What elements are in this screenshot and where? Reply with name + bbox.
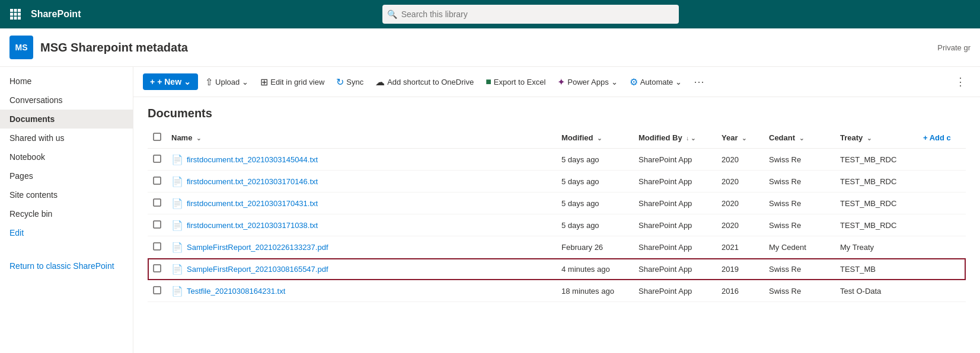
- row-checkbox-cell[interactable]: [148, 258, 167, 280]
- col-header-treaty[interactable]: Treaty ⌄: [835, 127, 918, 149]
- upload-label: Upload: [215, 78, 240, 86]
- file-cedant: Swiss Re: [764, 171, 835, 192]
- file-extra: [918, 171, 966, 192]
- upload-chevron-icon: ⌄: [242, 78, 248, 86]
- file-name[interactable]: Testfile_20210308164231.txt: [187, 287, 285, 296]
- file-extra: [918, 280, 966, 302]
- file-modified: 4 minutes ago: [557, 258, 634, 280]
- table-row[interactable]: 📄 firstdocument.txt_20210303170146.txt 5…: [148, 171, 966, 192]
- documents-section: Documents Name ⌄ Modified ⌄: [133, 97, 980, 307]
- file-name-cell: 📄 firstdocument.txt_20210303171038.txt: [167, 214, 557, 236]
- layout-view-button[interactable]: ⋮: [950, 72, 971, 92]
- file-treaty: Test O-Data: [835, 280, 918, 302]
- modified-sort-icon: ⌄: [597, 135, 602, 142]
- table-row[interactable]: 📄 SampleFirstReport_20210308165547.pdf 4…: [148, 258, 966, 280]
- file-cedant: Swiss Re: [764, 258, 835, 280]
- file-modified: 5 days ago: [557, 149, 634, 171]
- svg-rect-10: [154, 155, 161, 162]
- upload-button[interactable]: ⇧ Upload ⌄: [200, 73, 253, 91]
- svg-rect-14: [154, 243, 161, 250]
- onedrive-button[interactable]: ☁ Add shortcut to OneDrive: [371, 73, 478, 91]
- sidebar-item-notebook[interactable]: Notebook: [0, 147, 133, 166]
- file-name[interactable]: firstdocument.txt_20210303170431.txt: [187, 199, 318, 208]
- powerapps-chevron-icon: ⌄: [611, 78, 618, 86]
- file-year: 2016: [717, 280, 764, 302]
- col-header-checkbox[interactable]: [148, 127, 167, 149]
- table-row[interactable]: 📄 firstdocument.txt_20210303170431.txt 5…: [148, 192, 966, 214]
- sync-label: Sync: [346, 78, 363, 86]
- sidebar-item-shared-with-us[interactable]: Shared with us: [0, 129, 133, 147]
- row-checkbox-cell[interactable]: [148, 236, 167, 258]
- search-icon: 🔍: [387, 9, 397, 19]
- row-checkbox-cell[interactable]: [148, 149, 167, 171]
- row-checkbox-cell[interactable]: [148, 192, 167, 214]
- file-cedant: Swiss Re: [764, 149, 835, 171]
- sidebar: HomeConversationsDocumentsShared with us…: [0, 67, 133, 353]
- sidebar-item-edit[interactable]: Edit: [0, 223, 133, 242]
- layout: HomeConversationsDocumentsShared with us…: [0, 67, 980, 353]
- app-launcher-icon[interactable]: [7, 9, 24, 20]
- table-row[interactable]: 📄 Testfile_20210308164231.txt 18 minutes…: [148, 280, 966, 302]
- site-title: MSG Sharepoint metadata: [40, 41, 188, 54]
- search-input[interactable]: [382, 5, 679, 24]
- row-checkbox-cell[interactable]: [148, 171, 167, 192]
- file-name-cell: 📄 firstdocument.txt_20210303170146.txt: [167, 171, 557, 192]
- upload-icon: ⇧: [205, 76, 213, 88]
- file-name[interactable]: SampleFirstReport_20210308165547.pdf: [187, 265, 328, 274]
- file-treaty: My Treaty: [835, 236, 918, 258]
- txt-icon: 📄: [171, 197, 183, 209]
- col-header-year[interactable]: Year ⌄: [717, 127, 764, 149]
- onedrive-label: Add shortcut to OneDrive: [387, 78, 474, 86]
- search-container: 🔍: [382, 5, 679, 24]
- file-name-cell: 📄 firstdocument.txt_20210303145044.txt: [167, 149, 557, 171]
- automate-chevron-icon: ⌄: [675, 78, 682, 86]
- pdf-icon: 📄: [171, 241, 183, 253]
- file-name-cell: 📄 Testfile_20210308164231.txt: [167, 280, 557, 302]
- file-year: 2021: [717, 236, 764, 258]
- edit-grid-button[interactable]: ⊞ Edit in grid view: [256, 73, 329, 91]
- sync-button[interactable]: ↻ Sync: [331, 73, 368, 91]
- file-extra: [918, 258, 966, 280]
- table-row[interactable]: 📄 SampleFirstReport_20210226133237.pdf F…: [148, 236, 966, 258]
- new-button[interactable]: + + New ⌄: [143, 73, 198, 90]
- file-name[interactable]: firstdocument.txt_20210303171038.txt: [187, 221, 318, 230]
- return-classic-link[interactable]: Return to classic SharePoint: [9, 256, 123, 275]
- excel-label: Export to Excel: [494, 78, 545, 86]
- file-treaty: TEST_MB_RDC: [835, 149, 918, 171]
- svg-rect-2: [18, 9, 21, 12]
- file-cedant: Swiss Re: [764, 280, 835, 302]
- col-header-name[interactable]: Name ⌄: [167, 127, 557, 149]
- col-header-modifiedby[interactable]: Modified By ↓ ⌄: [634, 127, 717, 149]
- svg-rect-7: [14, 17, 17, 20]
- automate-button[interactable]: ⚙ Automate ⌄: [625, 73, 687, 91]
- table-row[interactable]: 📄 firstdocument.txt_20210303171038.txt 5…: [148, 214, 966, 236]
- sidebar-item-conversations[interactable]: Conversations: [0, 91, 133, 110]
- topbar: SharePoint 🔍: [0, 0, 980, 28]
- sidebar-item-recycle-bin[interactable]: Recycle bin: [0, 204, 133, 223]
- sidebar-item-documents[interactable]: Documents: [0, 110, 133, 129]
- name-sort-icon: ⌄: [196, 135, 201, 142]
- col-header-modified[interactable]: Modified ⌄: [557, 127, 634, 149]
- svg-rect-4: [14, 13, 17, 16]
- file-name-cell: 📄 firstdocument.txt_20210303170431.txt: [167, 192, 557, 214]
- powerapps-button[interactable]: ✦ Power Apps ⌄: [553, 73, 622, 91]
- col-header-add[interactable]: + Add c: [918, 127, 966, 149]
- svg-rect-0: [10, 9, 13, 12]
- file-name[interactable]: firstdocument.txt_20210303145044.txt: [187, 155, 318, 164]
- sidebar-item-home[interactable]: Home: [0, 72, 133, 91]
- sidebar-item-pages[interactable]: Pages: [0, 166, 133, 185]
- svg-rect-8: [18, 17, 21, 20]
- more-options-button[interactable]: ⋯: [689, 72, 709, 92]
- toolbar: + + New ⌄ ⇧ Upload ⌄ ⊞ Edit in grid view…: [133, 67, 980, 97]
- file-modified-by: SharePoint App: [634, 258, 717, 280]
- sidebar-item-site-contents[interactable]: Site contents: [0, 185, 133, 204]
- file-name[interactable]: firstdocument.txt_20210303170146.txt: [187, 177, 318, 186]
- table-row[interactable]: 📄 firstdocument.txt_20210303145044.txt 5…: [148, 149, 966, 171]
- excel-button[interactable]: ■ Export to Excel: [481, 73, 550, 91]
- automate-icon: ⚙: [630, 76, 638, 88]
- row-checkbox-cell[interactable]: [148, 214, 167, 236]
- row-checkbox-cell[interactable]: [148, 280, 167, 302]
- file-name[interactable]: SampleFirstReport_20210226133237.pdf: [187, 243, 328, 252]
- col-header-cedant[interactable]: Cedant ⌄: [764, 127, 835, 149]
- sync-icon: ↻: [336, 76, 344, 88]
